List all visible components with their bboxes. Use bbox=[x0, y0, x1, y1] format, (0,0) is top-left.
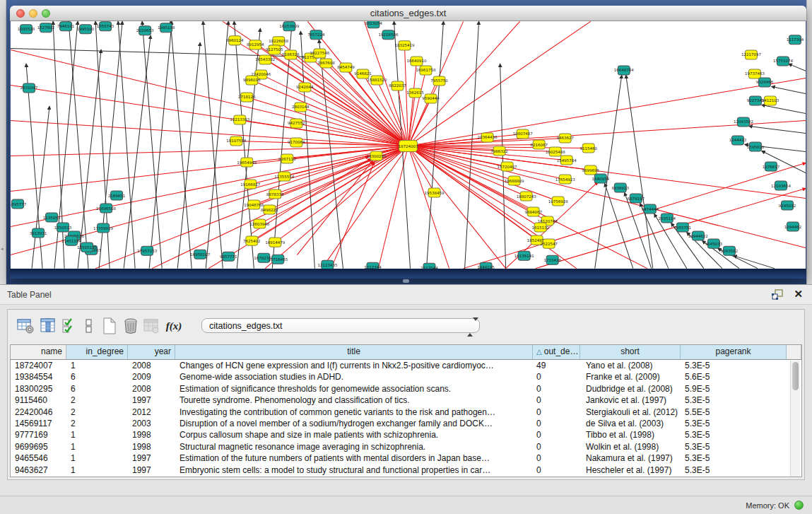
svg-text:12603948: 12603948 bbox=[249, 222, 269, 226]
scrollbar-thumb[interactable] bbox=[792, 362, 799, 390]
window-bottom-frame bbox=[10, 269, 806, 279]
svg-text:1244413: 1244413 bbox=[729, 138, 747, 142]
table-row[interactable]: 1830029562008Estimation of significance … bbox=[11, 383, 801, 395]
table-settings-icon[interactable] bbox=[16, 317, 35, 335]
svg-text:7986322: 7986322 bbox=[490, 149, 508, 153]
column-header-pagerank[interactable]: pagerank bbox=[681, 345, 787, 359]
table-selector-dropdown[interactable]: citations_edges.txt bbox=[201, 318, 480, 333]
svg-text:20364436: 20364436 bbox=[478, 135, 498, 139]
table-row[interactable]: 911546021997Tourette syndrome. Phenomeno… bbox=[11, 395, 801, 406]
svg-text:15716465: 15716465 bbox=[268, 257, 288, 262]
svg-text:18807243: 18807243 bbox=[517, 194, 536, 199]
svg-text:2718126: 2718126 bbox=[238, 95, 256, 99]
svg-text:1733426: 1733426 bbox=[543, 258, 561, 262]
svg-text:9427552: 9427552 bbox=[288, 121, 305, 125]
svg-text:11451194: 11451194 bbox=[61, 239, 81, 243]
float-window-icon[interactable] bbox=[771, 289, 784, 300]
svg-text:1076617: 1076617 bbox=[763, 165, 780, 169]
svg-text:16648784: 16648784 bbox=[614, 68, 634, 72]
svg-text:9463627: 9463627 bbox=[556, 136, 574, 140]
svg-text:1005528: 1005528 bbox=[18, 27, 35, 31]
column-header-in_degree[interactable]: in_degree bbox=[66, 345, 128, 359]
column-header-name[interactable]: name bbox=[11, 345, 66, 359]
citation-network-graph[interactable]: 1830029589601248912954182260589127505165… bbox=[11, 21, 806, 269]
svg-text:1117304: 1117304 bbox=[787, 37, 804, 42]
svg-text:2631097: 2631097 bbox=[20, 86, 38, 90]
vertical-scrollbar[interactable] bbox=[790, 361, 800, 477]
new-file-icon[interactable] bbox=[100, 317, 119, 335]
table-panel-title: Table Panel bbox=[7, 290, 52, 300]
svg-text:9329966: 9329966 bbox=[756, 80, 774, 84]
svg-text:9242844: 9242844 bbox=[296, 85, 314, 89]
svg-text:8267110: 8267110 bbox=[278, 157, 296, 161]
memory-status-label: Memory: OK bbox=[746, 501, 789, 510]
table-selector-value: citations_edges.txt bbox=[209, 321, 283, 331]
svg-text:17654923: 17654923 bbox=[555, 177, 575, 182]
gutter-grip-icon[interactable]: ◂ bbox=[1, 246, 4, 251]
table-row[interactable]: 946554611997Estimation of the future num… bbox=[11, 452, 801, 464]
svg-text:9896016: 9896016 bbox=[243, 78, 261, 82]
svg-text:2522547: 2522547 bbox=[540, 242, 558, 246]
table-row[interactable]: 1456911722003Disruption of a novel membe… bbox=[11, 418, 801, 429]
svg-text:10944622: 10944622 bbox=[688, 234, 708, 238]
checklist-icon[interactable] bbox=[60, 317, 78, 335]
table-body: 1872400712008Changes of HCN gene express… bbox=[11, 360, 801, 476]
column-header-out_de[interactable]: △out_de… bbox=[533, 345, 580, 359]
svg-text:1640954: 1640954 bbox=[592, 177, 609, 181]
table-columns-icon[interactable] bbox=[39, 317, 57, 335]
svg-text:1355743: 1355743 bbox=[97, 24, 114, 28]
right-panel-gutter[interactable] bbox=[806, 0, 812, 284]
svg-text:10807487: 10807487 bbox=[513, 132, 533, 136]
svg-text:1895777: 1895777 bbox=[11, 202, 27, 206]
table-panel: Table Panel ✕ bbox=[0, 284, 812, 514]
table-row[interactable]: 1872400712008Changes of HCN gene express… bbox=[11, 360, 801, 371]
svg-text:18227546: 18227546 bbox=[310, 51, 329, 55]
network-view-window: citations_edges.txt 18300295896012489129… bbox=[10, 6, 806, 279]
table-row[interactable]: 2242004622012Investigating the contribut… bbox=[11, 407, 801, 418]
svg-text:1093582: 1093582 bbox=[721, 249, 739, 253]
svg-text:17957253: 17957253 bbox=[137, 249, 157, 253]
close-icon[interactable]: ✕ bbox=[794, 288, 803, 300]
window-titlebar[interactable]: citations_edges.txt bbox=[10, 6, 806, 21]
svg-text:17359919: 17359919 bbox=[93, 226, 113, 230]
cytoscape-desktop: ◂ citations_edges.txt bbox=[0, 0, 812, 284]
status-bar: Memory: OK bbox=[0, 496, 812, 514]
trash-icon[interactable] bbox=[122, 317, 140, 335]
table-row[interactable]: 1938455462009Genome-wide association stu… bbox=[11, 371, 801, 382]
svg-text:19654948: 19654948 bbox=[237, 160, 257, 165]
svg-text:8216067: 8216067 bbox=[530, 143, 548, 147]
svg-text:1350513: 1350513 bbox=[54, 226, 72, 230]
panel-divider-grip[interactable] bbox=[403, 279, 409, 283]
window-title: citations_edges.txt bbox=[10, 8, 806, 18]
import-table-disabled-icon bbox=[142, 317, 160, 335]
svg-text:16543382: 16543382 bbox=[255, 57, 275, 62]
svg-text:1362615: 1362615 bbox=[406, 90, 424, 95]
column-header-short[interactable]: short bbox=[580, 345, 681, 359]
svg-text:18325419: 18325419 bbox=[394, 43, 414, 47]
rows-icon[interactable] bbox=[80, 317, 98, 335]
svg-text:7955751: 7955751 bbox=[674, 226, 692, 230]
svg-text:1995100: 1995100 bbox=[77, 27, 95, 31]
svg-text:7857224: 7857224 bbox=[307, 33, 325, 37]
svg-text:12093582: 12093582 bbox=[734, 119, 753, 124]
svg-text:1094462: 1094462 bbox=[784, 225, 802, 229]
memory-status-indicator[interactable] bbox=[794, 501, 804, 510]
column-header-title[interactable]: title bbox=[175, 345, 533, 359]
function-icon[interactable]: f(x) bbox=[165, 317, 183, 335]
svg-text:1595810: 1595810 bbox=[747, 145, 765, 149]
table-row[interactable]: 977716911998Corpus callosum shape and si… bbox=[11, 429, 801, 440]
svg-text:12103654: 12103654 bbox=[771, 184, 791, 188]
svg-text:1135051: 1135051 bbox=[43, 216, 60, 220]
svg-text:3913931: 3913931 bbox=[30, 231, 47, 235]
network-canvas[interactable]: 1830029589601248912954182260589127505165… bbox=[11, 21, 806, 269]
table-row[interactable]: 969969511998Structural magnetic resonanc… bbox=[11, 441, 801, 452]
table-row[interactable]: 946362711997Embryonic stem cells: a mode… bbox=[11, 465, 801, 476]
combo-spinner-icon bbox=[467, 321, 473, 331]
svg-text:1527602: 1527602 bbox=[37, 25, 55, 30]
svg-text:9884067: 9884067 bbox=[524, 210, 542, 214]
svg-text:2867608: 2867608 bbox=[317, 61, 335, 65]
column-header-year[interactable]: year bbox=[128, 345, 175, 359]
left-panel-gutter[interactable]: ◂ bbox=[0, 0, 6, 284]
sort-ascending-icon: △ bbox=[536, 348, 542, 356]
svg-text:7946101: 7946101 bbox=[57, 24, 75, 28]
